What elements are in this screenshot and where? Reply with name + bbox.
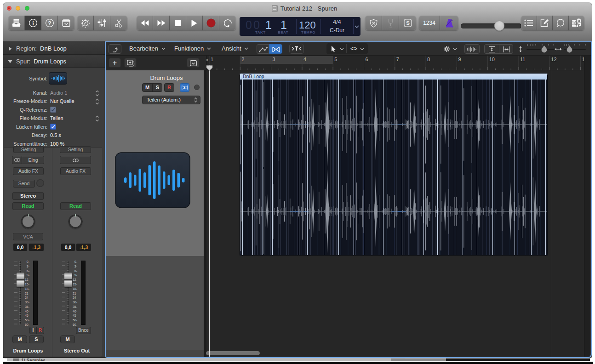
svg-text:?: ? — [48, 20, 51, 27]
svg-text:DnB Loop: DnB Loop — [243, 74, 264, 79]
svg-text:S: S — [406, 20, 410, 26]
svg-text:i: i — [32, 20, 34, 27]
